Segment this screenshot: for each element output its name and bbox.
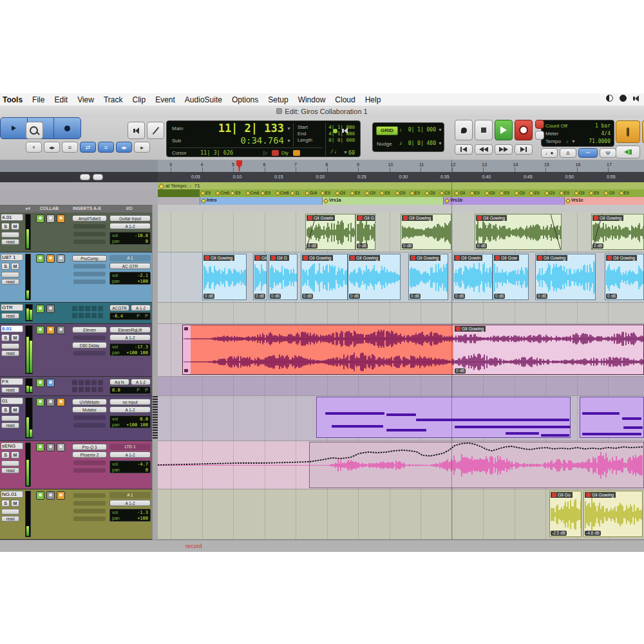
link-timeline-button[interactable]: ≡	[98, 142, 114, 153]
menu-edit[interactable]: Edit	[54, 95, 68, 104]
track-name-field[interactable]: sENG	[1, 442, 23, 450]
track-name-field[interactable]: NG.01	[1, 491, 23, 498]
go-to-end-button[interactable]	[515, 144, 533, 155]
marker-segment[interactable]: Vrs1c	[564, 197, 644, 205]
playlist-chip[interactable]	[1, 343, 19, 349]
clip-gain-badge[interactable]: 0 dB	[536, 294, 547, 299]
audio-clip[interactable]: Gil G0 dB	[269, 254, 298, 300]
vol-pan-display[interactable]: 0.0PP	[109, 386, 151, 394]
insert-mini-slot[interactable]	[72, 306, 77, 311]
io-output-button[interactable]: AC GTR	[109, 263, 151, 269]
bars-ruler[interactable]: 34567891011121314151617	[0, 160, 644, 173]
playlist-chip[interactable]	[1, 460, 19, 466]
audio-clip[interactable]: Gil Gowin0 dB	[305, 214, 355, 250]
playhead-marker[interactable]	[236, 160, 242, 171]
chord-symbol[interactable]: G9	[549, 191, 555, 195]
clip-gain-badge[interactable]: 0 dB	[204, 294, 214, 299]
insert-mini-slot[interactable]	[98, 313, 103, 318]
collab-user-icon[interactable]	[36, 491, 44, 500]
automation-mode-button[interactable]: read	[1, 516, 19, 522]
insert-slot-button[interactable]: Pro-Q 3	[72, 444, 107, 450]
playlist-chip[interactable]	[1, 232, 19, 238]
audio-clip[interactable]: Gil G0 dB	[355, 214, 375, 250]
insert-slot-button[interactable]: ProComp	[72, 255, 107, 261]
collab-user-icon[interactable]	[46, 214, 55, 223]
clip-gain-badge[interactable]: 0 dB	[592, 243, 603, 249]
collab-user-icon[interactable]	[46, 491, 55, 500]
chord-symbol[interactable]: E9	[534, 191, 539, 195]
automation-mode-button[interactable]: read	[1, 239, 19, 245]
audio-clip[interactable]: Gil Gowing0 dB	[535, 254, 596, 300]
stop-button[interactable]	[475, 120, 493, 140]
tempo-note-icon[interactable]: ♩	[566, 138, 571, 144]
clip-gain-badge[interactable]: -4.8 dB	[585, 531, 601, 536]
chord-symbol[interactable]: E9	[235, 191, 240, 195]
chord-symbol[interactable]: Cm6	[220, 191, 229, 195]
clip-gain-badge[interactable]: 0 dB	[349, 294, 360, 299]
chord-symbol[interactable]: E9	[415, 191, 420, 195]
length-value[interactable]: 0| 0| 000	[316, 137, 355, 143]
title-bar[interactable]: Edit: Giros Collaboration 1	[0, 106, 644, 118]
track-name-field[interactable]: U87 1	[1, 254, 23, 261]
automation-mode-button[interactable]: read	[1, 313, 19, 319]
audio-clip[interactable]: Gil Gowing0 dB	[301, 254, 348, 300]
insert-slot-empty[interactable]	[73, 232, 106, 236]
insert-slot-empty[interactable]	[73, 351, 106, 355]
collab-user-icon[interactable]	[46, 379, 55, 387]
preroll-value[interactable]: 60	[348, 149, 355, 156]
nudge-caret-icon[interactable]: ▼	[438, 141, 442, 146]
io-input-button[interactable]: ACGTR	[109, 305, 129, 311]
insert-slot-button[interactable]: Eleven	[72, 327, 107, 333]
mute-button[interactable]: M	[11, 223, 19, 230]
automation-mode-button[interactable]: read	[1, 422, 19, 428]
mute-button[interactable]: M	[11, 500, 19, 507]
clip-gain-badge[interactable]: 0 dB	[357, 243, 368, 249]
collab-user-icon[interactable]	[36, 254, 44, 263]
chord-symbol[interactable]: E9	[325, 191, 330, 195]
marker-segment[interactable]: Vrs1a	[322, 197, 443, 205]
insert-mini-slot[interactable]	[79, 380, 84, 385]
playlist-chip[interactable]	[1, 415, 19, 421]
track-name-field[interactable]: GTR	[1, 304, 23, 311]
menu-cloud[interactable]: Cloud	[335, 95, 355, 104]
vol-pan-display[interactable]: vol-10.8pan0	[109, 232, 151, 245]
collab-user-icon[interactable]	[46, 305, 55, 313]
countoff-button[interactable]: Δ	[560, 148, 576, 158]
sub-counter-caret-icon[interactable]: ▼	[287, 138, 291, 143]
collab-user-icon[interactable]	[36, 326, 44, 334]
sort-icons[interactable]: ▸▾	[26, 206, 30, 211]
audio-clip[interactable]: Gil Gowing0 dB	[408, 254, 448, 300]
insert-slot-empty[interactable]	[73, 423, 106, 428]
chord-symbol[interactable]: E9	[564, 191, 569, 195]
marker-segment[interactable]: Vrs1b	[443, 197, 564, 205]
mute-button[interactable]: M	[11, 406, 19, 413]
insert-mini-slot[interactable]	[72, 387, 77, 392]
conductor-button[interactable]: Ψ	[600, 148, 616, 158]
status-clock-icon[interactable]	[620, 95, 627, 102]
vol-pan-display[interactable]: vol0.0pan+100 100	[109, 415, 151, 428]
insert-slot-button[interactable]: UVIWrkstn	[72, 399, 107, 405]
metronome-button[interactable]: ♩●	[541, 148, 558, 158]
delay-indicator-icon[interactable]	[293, 150, 300, 156]
io-output-button[interactable]: A 1-2	[131, 379, 151, 385]
insert-mini-slot[interactable]	[91, 306, 97, 311]
collab-user-icon[interactable]	[36, 214, 44, 223]
grid-mode-button[interactable]: GRID	[376, 126, 398, 135]
insert-slot-empty[interactable]	[73, 279, 106, 284]
volume-icon[interactable]	[633, 95, 639, 102]
track-name-field[interactable]: 4.01	[1, 214, 23, 221]
io-output-button[interactable]: A 1-2	[109, 406, 151, 413]
insert-mini-slot[interactable]	[85, 306, 90, 311]
waveform-zoom-button[interactable]: ≡	[62, 142, 78, 153]
io-input-button[interactable]: no input	[109, 399, 151, 405]
insert-slot-button[interactable]: Mutator	[72, 406, 107, 413]
pencil-tool-button[interactable]	[147, 122, 164, 139]
amber-tool-button-1[interactable]	[616, 120, 640, 143]
automation-mode-button[interactable]: read	[1, 279, 19, 285]
stereo-audio-clip[interactable]: Gil Gowing0 dB	[182, 325, 644, 375]
clip-gain-badge[interactable]: -2.5 dB	[551, 531, 567, 536]
collab-user-icon[interactable]	[36, 398, 44, 406]
menu-file[interactable]: File	[32, 95, 44, 104]
menu-help[interactable]: Help	[365, 95, 381, 104]
insert-slot-empty[interactable]	[73, 468, 106, 473]
